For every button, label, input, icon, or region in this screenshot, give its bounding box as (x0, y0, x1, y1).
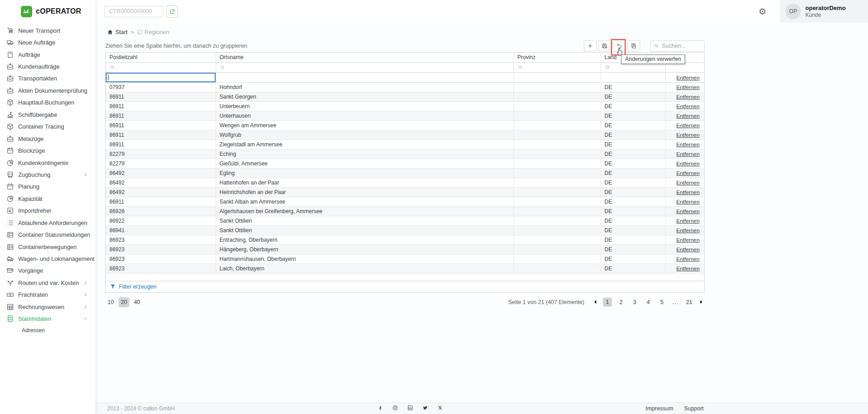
new-row-input[interactable] (106, 73, 216, 82)
cell-ortsname[interactable]: Gießübl, Ammersee (216, 159, 513, 169)
cell-provinz[interactable] (513, 226, 601, 235)
cell-postleitzahl[interactable]: 86923 (106, 264, 216, 274)
remove-link[interactable]: Entfernen (676, 199, 700, 205)
cell-land[interactable]: DE (601, 130, 665, 140)
sidebar-item-kapazität[interactable]: Kapazität (0, 193, 95, 205)
sidebar-item-container-statusmeldungen[interactable]: Container Statusmeldungen (0, 229, 95, 240)
page-number-3[interactable]: 3 (630, 298, 639, 307)
create-filter-button[interactable]: Filter erzeugen (106, 281, 704, 292)
page-number-1[interactable]: 1 (603, 298, 612, 307)
cell-land[interactable]: DE (601, 264, 665, 274)
cell-postleitzahl[interactable]: 86923 (106, 254, 216, 264)
cell-ortsname[interactable]: Unterhausen (216, 111, 513, 121)
cell-ortsname[interactable]: Unterbeuern (216, 102, 513, 111)
sidebar-item-containerbewegungen[interactable]: Containerbewegungen (0, 241, 95, 253)
cell-ortsname[interactable]: Sankt Alban am Ammersee (216, 197, 513, 207)
remove-link[interactable]: Entfernen (676, 75, 700, 81)
cell-provinz[interactable] (513, 140, 601, 150)
social-instagram-link[interactable] (392, 404, 398, 413)
cell-provinz[interactable] (513, 264, 601, 274)
cell-provinz[interactable] (513, 121, 601, 130)
column-header-postleitzahl[interactable]: Postleitzahl (106, 53, 216, 62)
cell-land[interactable]: DE (601, 197, 665, 207)
filter-cell-postleitzahl[interactable] (106, 62, 216, 72)
cell-provinz[interactable] (513, 102, 601, 111)
column-header-provinz[interactable]: Provinz (513, 53, 601, 62)
cell-postleitzahl[interactable]: 86492 (106, 178, 216, 188)
cell-land[interactable]: DE (601, 140, 665, 150)
social-linkedin-link[interactable] (407, 404, 413, 413)
add-row-button[interactable] (584, 40, 597, 51)
remove-link[interactable]: Entfernen (676, 151, 700, 157)
cell-ortsname[interactable]: Algertshausen bei Greifenberg, Ammersee (216, 207, 513, 216)
cell-provinz[interactable] (513, 111, 601, 121)
save-changes-button[interactable] (598, 40, 611, 51)
cell-land[interactable]: DE (601, 216, 665, 226)
sidebar-item-routen-und-var-kosten[interactable]: Routen und var. Kosten (0, 277, 95, 289)
sidebar-item-container-tracing[interactable]: Container Tracing (0, 121, 95, 133)
sidebar-item-wagen-und-lokmanagement[interactable]: Wagen- und Lokmanagement (0, 253, 95, 264)
cell-postleitzahl[interactable]: 86926 (106, 207, 216, 216)
cell-provinz[interactable] (513, 92, 601, 102)
cell-provinz[interactable] (513, 169, 601, 178)
cell-land[interactable]: DE (601, 92, 665, 102)
sidebar-item-neuer-transport[interactable]: Neuer Transport (0, 25, 95, 36)
cell-provinz[interactable] (513, 254, 601, 264)
cell-postleitzahl[interactable]: 86492 (106, 188, 216, 197)
sidebar-item-zugbuchung[interactable]: Zugbuchung (0, 169, 95, 180)
edit-cell-land[interactable] (601, 72, 665, 82)
filter-cell-ortsname[interactable] (216, 62, 513, 72)
cell-ortsname[interactable]: Hartmannshausen, Oberbayern (216, 254, 513, 264)
remove-link[interactable]: Entfernen (676, 103, 700, 110)
remove-link[interactable]: Entfernen (676, 265, 700, 272)
cell-postleitzahl[interactable]: 07937 (106, 83, 216, 92)
cell-land[interactable]: DE (601, 169, 665, 178)
sidebar-subitem-adressen[interactable]: Adressen (0, 325, 95, 336)
next-page-icon[interactable] (698, 299, 705, 305)
cell-land[interactable]: DE (601, 121, 665, 130)
sidebar-item-frachtraten[interactable]: Frachtraten (0, 289, 95, 301)
edit-cell-provinz[interactable] (513, 72, 601, 82)
sidebar-item-akten-dokumentenprüfung[interactable]: Akten Dokumentenprüfung (0, 85, 95, 96)
user-menu[interactable]: OP operatorDemo Kunde (780, 0, 868, 23)
remove-link[interactable]: Entfernen (676, 94, 700, 100)
cell-postleitzahl[interactable]: 82279 (106, 150, 216, 159)
remove-link[interactable]: Entfernen (676, 218, 700, 224)
remove-link[interactable]: Entfernen (676, 113, 700, 119)
cell-land[interactable]: DE (601, 188, 665, 197)
grid-search-input[interactable] (662, 43, 699, 49)
sidebar-item-kundenkontingente[interactable]: Kundenkontingente (0, 157, 95, 169)
sidebar-item-aufträge[interactable]: Aufträge (0, 49, 95, 60)
cell-ortsname[interactable]: Wolfgrub (216, 130, 513, 140)
page-number-5[interactable]: 5 (657, 298, 666, 307)
cell-provinz[interactable] (513, 245, 601, 254)
sidebar-item-rechnungswesen[interactable]: Rechnungswesen (0, 301, 95, 313)
remove-link[interactable]: Entfernen (676, 84, 700, 90)
page-number-2[interactable]: 2 (616, 298, 626, 307)
sidebar-item-neue-aufträge[interactable]: Neue Aufträge (0, 36, 95, 48)
cell-ortsname[interactable]: Entraching, Oberbayern (216, 235, 513, 245)
page-size-10[interactable]: 10 (105, 297, 116, 307)
social-twitter-link[interactable] (422, 404, 428, 413)
cell-land[interactable]: DE (601, 102, 665, 111)
cell-provinz[interactable] (513, 197, 601, 207)
cell-land[interactable]: DE (601, 254, 665, 264)
cell-ortsname[interactable]: Hängeberg, Oberbayern (216, 245, 513, 254)
page-size-20[interactable]: 20 (118, 297, 129, 307)
sidebar-item-metazüge[interactable]: Metazüge (0, 133, 95, 145)
remove-link[interactable]: Entfernen (676, 160, 700, 167)
breadcrumb-start[interactable]: Start (107, 29, 128, 35)
discard-changes-button[interactable]: Änderungen verwerfen (613, 40, 626, 51)
remove-link[interactable]: Entfernen (676, 227, 700, 234)
remove-link[interactable]: Entfernen (676, 141, 700, 148)
cell-provinz[interactable] (513, 178, 601, 188)
page-number-4[interactable]: 4 (644, 298, 653, 307)
cell-provinz[interactable] (513, 83, 601, 92)
cell-ortsname[interactable]: Heinrichshofen an der Paar (216, 188, 513, 197)
cell-provinz[interactable] (513, 159, 601, 169)
remove-link[interactable]: Entfernen (676, 237, 700, 243)
cell-provinz[interactable] (513, 216, 601, 226)
page-size-40[interactable]: 40 (132, 297, 143, 307)
cell-land[interactable]: DE (601, 235, 665, 245)
remove-link[interactable]: Entfernen (676, 132, 700, 138)
